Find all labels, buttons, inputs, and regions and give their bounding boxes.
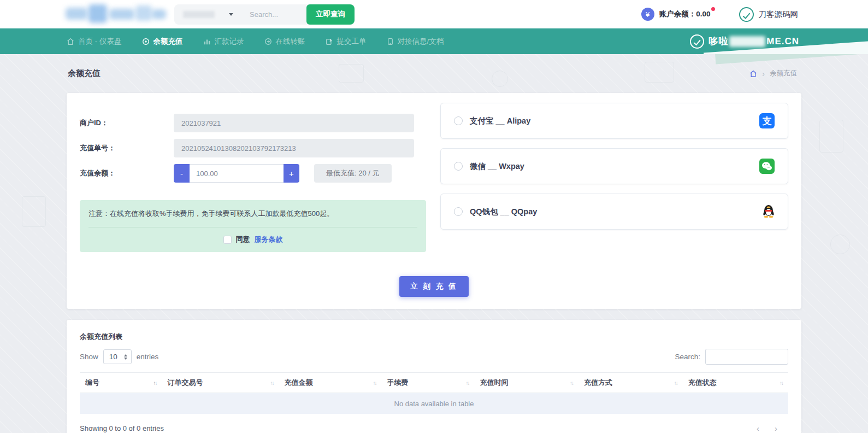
order-no-field <box>174 139 414 157</box>
nav-item-dashboard[interactable]: 首页 - 仪表盘 <box>67 37 122 46</box>
page-size-value: 10 <box>109 353 117 361</box>
table-footer: Showing 0 to 0 of 0 entries ‹ › <box>80 424 788 433</box>
submit-row: 立 刻 充 值 <box>80 276 788 297</box>
ticket-icon <box>326 38 333 45</box>
search-button[interactable]: 立即查询 <box>306 4 355 25</box>
nav-item-remittance-records[interactable]: 汇款记录 <box>203 37 244 46</box>
amount-label: 充值余额： <box>80 168 174 178</box>
form-row-order-no: 充值单号： <box>80 139 426 157</box>
header-wedge-decoration <box>715 54 868 64</box>
prev-page-button[interactable]: ‹ <box>757 424 759 433</box>
column-label: 编号 <box>85 378 99 388</box>
payment-label: QQ钱包 __ QQpay <box>470 207 537 217</box>
home-icon[interactable] <box>749 70 757 78</box>
column-header-id[interactable]: 编号 ↑↓ <box>80 378 162 388</box>
column-label: 充值时间 <box>480 378 508 388</box>
stepper-minus-button[interactable]: - <box>174 164 190 183</box>
logo-blur-shape <box>135 5 152 21</box>
payment-option-qqpay[interactable]: QQ钱包 __ QQpay <box>440 194 788 230</box>
radio-button[interactable] <box>454 116 463 125</box>
min-recharge-note: 最低充值: 20 / 元 <box>314 164 392 183</box>
radio-button[interactable] <box>454 162 463 171</box>
form-row-merchant-id: 商户ID： <box>80 114 426 132</box>
empty-text: No data available in table <box>394 400 474 408</box>
radio-button[interactable] <box>454 207 463 216</box>
nav-item-label: 对接信息/文档 <box>398 37 444 46</box>
brand-name: 刀客源码网 <box>759 9 799 20</box>
page-size-select[interactable]: 10 <box>103 349 132 364</box>
column-header-status[interactable]: 充值状态 ↑↓ <box>683 378 788 388</box>
alipay-icon: 支 <box>759 113 775 128</box>
stepper-plus-button[interactable]: + <box>284 164 299 183</box>
site-logo-censored <box>66 4 167 24</box>
sort-icon: ↑↓ <box>153 380 156 386</box>
notice-box: 注意：在线充值将收取%手续费用，免手续费可联系人工加款最低充值500起。 同意 … <box>80 200 426 252</box>
column-header-method[interactable]: 充值方式 ↑↓ <box>578 378 683 388</box>
navbar-brand: 哆啦ME.CN <box>690 34 799 49</box>
nav-item-submit-ticket[interactable]: 提交工单 <box>326 37 367 46</box>
breadcrumb-current: 余额充值 <box>770 69 797 78</box>
navbar-brand-icon <box>690 34 704 49</box>
wechat-icon <box>759 159 775 174</box>
column-header-time[interactable]: 充值时间 ↑↓ <box>474 378 578 388</box>
sort-icon: ↑↓ <box>780 380 783 386</box>
recharge-list-title: 余额充值列表 <box>80 332 788 342</box>
next-page-button[interactable]: › <box>775 424 777 433</box>
agree-checkbox[interactable] <box>223 236 232 244</box>
form-row-amount: 充值余额： - + 最低充值: 20 / 元 <box>80 164 426 183</box>
logo-blur-shape <box>152 9 166 19</box>
dropdown-value-censored <box>183 11 215 18</box>
show-label: Show <box>80 353 98 361</box>
nav-item-label: 首页 - 仪表盘 <box>78 37 122 46</box>
recharge-now-button[interactable]: 立 刻 充 值 <box>399 276 468 297</box>
amount-stepper: - + <box>174 164 299 183</box>
search-type-dropdown[interactable] <box>174 11 242 18</box>
nav-item-balance-recharge[interactable]: 余额充值 <box>142 37 183 46</box>
breadcrumb: › 余额充值 <box>749 69 797 78</box>
payment-option-alipay[interactable]: 支付宝 __ Alipay 支 <box>440 103 788 139</box>
column-header-order-no[interactable]: 订单交易号 ↑↓ <box>162 378 279 388</box>
target-icon <box>142 38 150 45</box>
doc-icon <box>387 38 394 45</box>
column-header-amount[interactable]: 充值金额 ↑↓ <box>279 378 381 388</box>
notification-dot <box>711 7 715 11</box>
page-background: 余额充值 › 余额充值 商户ID： 充值单号： <box>0 54 868 433</box>
payment-methods: 支付宝 __ Alipay 支 微信 __ Wxpay QQ钱包 __ QQpa… <box>440 103 788 252</box>
topbar: 立即查询 ¥ 账户余额：0.00 刀客源码网 <box>0 0 868 28</box>
breadcrumb-separator: › <box>762 69 765 78</box>
sort-icon: ↑↓ <box>270 380 273 386</box>
terms-link[interactable]: 服务条款 <box>255 235 283 244</box>
nav-item-label: 汇款记录 <box>215 37 244 46</box>
nav-item-docs[interactable]: 对接信息/文档 <box>387 37 444 46</box>
search-input[interactable] <box>242 4 306 25</box>
sort-icon: ↑↓ <box>674 380 677 386</box>
table-search-label: Search: <box>675 353 700 361</box>
recharge-list-card: 余额充值列表 Show 10 entries Search: <box>67 320 801 433</box>
select-arrows-icon <box>124 354 127 360</box>
notice-text: 注意：在线充值将收取%手续费用，免手续费可联系人工加款最低充值500起。 <box>88 209 417 219</box>
nav-item-online-transfer[interactable]: 在线转账 <box>264 37 305 46</box>
bar-chart-icon <box>203 38 211 45</box>
table-search-input[interactable] <box>705 349 788 365</box>
qq-icon <box>763 204 775 220</box>
agree-row: 同意 服务条款 <box>88 235 417 244</box>
recharge-card: 商户ID： 充值单号： 充值余额： - + 最低充 <box>67 93 801 309</box>
merchant-id-field <box>174 114 414 132</box>
amount-field[interactable] <box>190 164 284 183</box>
brand-suffix: ME.CN <box>766 36 799 47</box>
recharge-form: 商户ID： 充值单号： 充值余额： - + 最低充 <box>80 103 426 252</box>
balance-label: 账户余额： <box>659 10 696 18</box>
column-label: 充值金额 <box>284 378 312 388</box>
page-header: 余额充值 › 余额充值 <box>0 54 868 93</box>
page-size-control: Show 10 entries <box>80 349 158 364</box>
logo-blur-shape <box>88 4 107 23</box>
column-label: 手续费 <box>387 378 409 388</box>
entries-summary: Showing 0 to 0 of 0 entries <box>80 424 164 432</box>
table-controls: Show 10 entries Search: <box>80 349 788 365</box>
payment-option-wxpay[interactable]: 微信 __ Wxpay <box>440 148 788 184</box>
entries-label: entries <box>137 353 159 361</box>
content: 商户ID： 充值单号： 充值余额： - + 最低充 <box>0 93 868 433</box>
nav-item-label: 余额充值 <box>153 37 183 46</box>
payment-label: 支付宝 __ Alipay <box>470 116 530 126</box>
column-header-fee[interactable]: 手续费 ↑↓ <box>382 378 475 388</box>
